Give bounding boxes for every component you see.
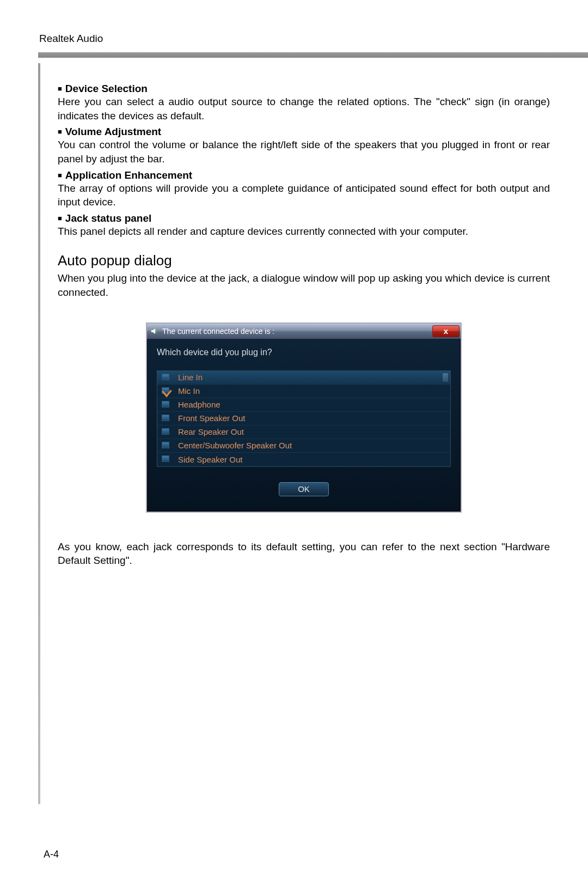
device-label: Rear Speaker Out [178, 427, 244, 436]
jack-icon [162, 415, 170, 422]
device-option[interactable]: Rear Speaker Out [157, 425, 450, 439]
speaker-icon [150, 327, 159, 336]
jack-icon [162, 442, 170, 449]
device-label: Headphone [178, 400, 220, 409]
page-number: A-4 [44, 849, 59, 860]
device-option[interactable]: Line In [157, 371, 450, 385]
dialog-titlebar: The current connected device is : x [147, 324, 461, 339]
device-list: Line InMic InHeadphoneFront Speaker OutR… [157, 370, 451, 467]
device-label: Center/Subwoofer Speaker Out [178, 441, 292, 450]
left-margin-bar [38, 63, 40, 804]
section-title: Application Enhancement [58, 169, 550, 181]
auto-popup-heading: Auto popup dialog [58, 252, 550, 269]
jack-icon [162, 455, 170, 463]
section-title: Jack status panel [58, 212, 550, 224]
device-option[interactable]: Front Speaker Out [157, 412, 450, 425]
page-header-title: Realtek Audio [39, 33, 555, 45]
section-body: Here you can select a audio output sourc… [58, 95, 550, 123]
dialog-title: The current connected device is : [162, 327, 432, 336]
device-option[interactable]: Headphone [157, 398, 450, 412]
device-label: Side Speaker Out [178, 455, 242, 464]
auto-popup-intro: When you plug into the device at the jac… [58, 271, 550, 299]
section-jack-status-panel: Jack status panel This panel depicts all… [58, 212, 550, 239]
section-body: You can control the volume or balance th… [58, 138, 550, 166]
device-label: Front Speaker Out [178, 413, 245, 423]
jack-icon [162, 428, 170, 436]
jack-icon [162, 374, 170, 381]
section-body: This panel depicts all render and captur… [58, 224, 550, 239]
device-option[interactable]: Center/Subwoofer Speaker Out [157, 439, 450, 453]
device-option[interactable]: Side Speaker Out [157, 453, 450, 466]
device-label: Mic In [178, 386, 200, 396]
device-label: Line In [178, 373, 203, 382]
header-divider [38, 52, 588, 58]
section-title: Device Selection [58, 83, 550, 95]
footer-paragraph: As you know, each jack corresponds to it… [58, 540, 550, 568]
device-option[interactable]: Mic In [157, 385, 450, 398]
close-button[interactable]: x [432, 325, 460, 337]
scrollbar-thumb[interactable] [443, 373, 448, 382]
check-icon [162, 387, 170, 395]
section-device-selection: Device Selection Here you can select a a… [58, 83, 550, 123]
section-application-enhancement: Application Enhancement The array of opt… [58, 169, 550, 209]
dialog-prompt: Which device did you plug in? [157, 348, 451, 357]
main-content: Device Selection Here you can select a a… [58, 58, 550, 568]
ok-button[interactable]: OK [279, 482, 329, 496]
jack-icon [162, 401, 170, 409]
section-body: The array of options will provide you a … [58, 181, 550, 209]
section-title: Volume Adjustment [58, 126, 550, 138]
device-popup-dialog: The current connected device is : x Whic… [146, 323, 462, 513]
section-volume-adjustment: Volume Adjustment You can control the vo… [58, 126, 550, 166]
